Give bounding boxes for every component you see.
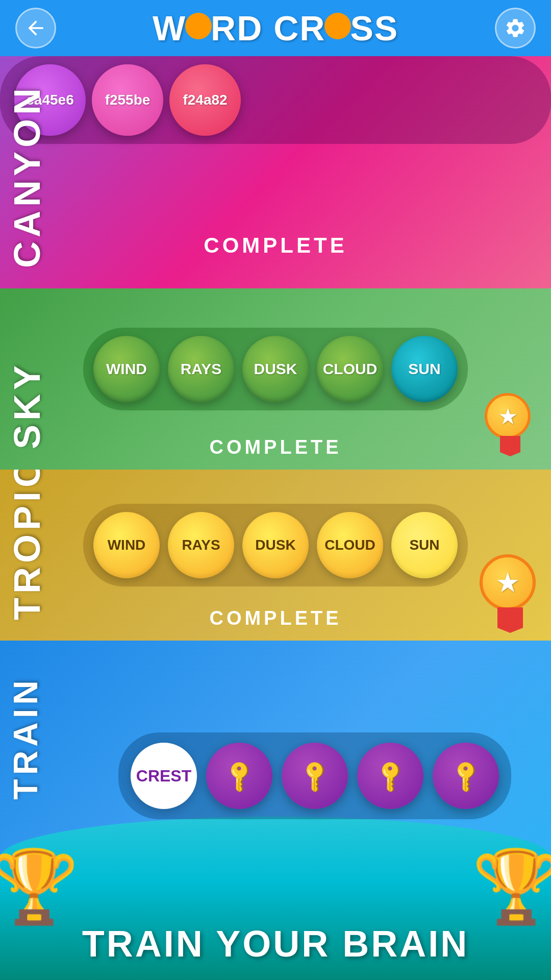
trophy-right: 🏆 — [472, 845, 551, 929]
sky-word-wind[interactable]: WIND — [93, 336, 160, 402]
tropic-label: TROPIC — [0, 470, 54, 625]
train-word-crest[interactable]: CREST — [131, 743, 197, 809]
app-title: W RD CR SS — [153, 8, 398, 48]
tropic-word-sun[interactable]: SUN — [391, 512, 458, 578]
train-locked-3[interactable]: 🔑 — [357, 743, 423, 809]
train-label: TRAIN — [0, 671, 51, 805]
canyon-section: ca45e6 f255be f24a82 COMPLETE CANYON — [0, 56, 551, 288]
tropic-word-cloud[interactable]: CLOUD — [317, 512, 383, 578]
tropic-word-wind[interactable]: WIND — [93, 512, 160, 578]
sky-complete: COMPLETE — [209, 436, 341, 458]
sky-medal: ★ — [485, 393, 536, 454]
tropic-word-rays[interactable]: RAYS — [168, 512, 234, 578]
app-header: W RD CR SS — [0, 0, 551, 56]
tropic-medal-circle: ★ — [480, 554, 536, 610]
title-o1 — [185, 13, 212, 39]
title-text-ss: SS — [350, 8, 398, 48]
tropic-word-track: WIND RAYS DUSK CLOUD SUN — [83, 504, 468, 586]
canyon-color-3[interactable]: f24a82 — [169, 64, 241, 136]
title-text-w: W — [153, 8, 186, 48]
train-word-track: CREST 🔑 🔑 🔑 🔑 — [118, 732, 511, 819]
train-section: TRAIN CREST 🔑 🔑 🔑 🔑 🏆 🏆 TRAIN YOUR BRAIN — [0, 641, 551, 980]
tropic-section: WIND RAYS DUSK CLOUD SUN COMPLETE TROPIC… — [0, 470, 551, 641]
medal-circle: ★ — [485, 393, 531, 439]
train-locked-1[interactable]: 🔑 — [206, 743, 272, 809]
tropic-word-dusk[interactable]: DUSK — [242, 512, 309, 578]
sky-word-sun[interactable]: SUN — [391, 336, 458, 402]
back-button[interactable] — [15, 8, 56, 48]
canyon-color-2[interactable]: f255be — [92, 64, 163, 136]
key-icon-4: 🔑 — [446, 756, 485, 795]
canyon-label: CANYON — [0, 79, 54, 273]
key-icon-1: 🔑 — [220, 756, 259, 795]
train-locked-2[interactable]: 🔑 — [282, 743, 348, 809]
sky-section: WIND RAYS DUSK CLOUD SUN COMPLETE SKY ★ — [0, 288, 551, 470]
sky-label: SKY — [0, 356, 54, 454]
title-o2 — [324, 13, 351, 39]
tropic-medal-ribbon — [497, 607, 523, 633]
canyon-color-track: ca45e6 f255be f24a82 — [0, 56, 551, 144]
train-locked-4[interactable]: 🔑 — [433, 743, 499, 809]
tropic-complete: COMPLETE — [209, 607, 341, 629]
tropic-medal: ★ — [480, 554, 541, 633]
key-icon-2: 🔑 — [295, 756, 334, 795]
trophy-left: 🏆 — [0, 845, 79, 929]
train-bottom-text: TRAIN YOUR BRAIN — [82, 923, 469, 965]
settings-button[interactable] — [495, 8, 536, 48]
tropic-star-icon: ★ — [495, 567, 520, 599]
sky-word-track: WIND RAYS DUSK CLOUD SUN — [83, 328, 468, 410]
sky-word-cloud[interactable]: CLOUD — [317, 336, 383, 402]
medal-ribbon — [500, 436, 520, 456]
canyon-complete: COMPLETE — [204, 233, 347, 258]
title-text-rd: RD CR — [211, 8, 325, 48]
sky-word-rays[interactable]: RAYS — [168, 336, 234, 402]
star-icon: ★ — [498, 403, 518, 429]
sky-word-dusk[interactable]: DUSK — [242, 336, 309, 402]
key-icon-3: 🔑 — [371, 756, 410, 795]
